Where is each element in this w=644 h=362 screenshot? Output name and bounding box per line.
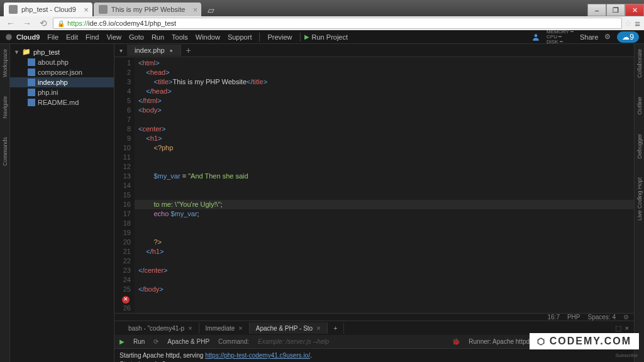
language-mode[interactable]: PHP (567, 314, 580, 321)
menu-item[interactable]: Window (196, 33, 220, 41)
forward-button[interactable]: → (20, 18, 34, 29)
favicon-icon (99, 5, 108, 14)
menu-item[interactable]: File (47, 33, 58, 41)
preview-button[interactable]: Preview (267, 33, 292, 41)
menu-item[interactable]: Edit (66, 33, 78, 41)
rail-tab[interactable]: Outline (636, 97, 643, 115)
tab-title: This is my PHP Website (111, 6, 186, 13)
close-icon[interactable]: × (316, 324, 320, 332)
close-icon[interactable]: × (238, 324, 242, 332)
brand-label[interactable]: Cloud9 (16, 33, 40, 41)
browser-tab-inactive[interactable]: This is my PHP Website × (94, 3, 202, 16)
cloud9-icon[interactable]: ☁9 (617, 31, 639, 43)
tree-file[interactable]: README.md (10, 97, 114, 107)
folder-label: php_test (33, 48, 60, 56)
tree-file[interactable]: php.ini (10, 87, 114, 97)
term-link[interactable]: https://php-test-codemy41.c9users.io/ (205, 352, 310, 359)
main-menu: FileEditFindViewGotoRunToolsWindowSuppor… (47, 33, 252, 41)
menu-item[interactable]: Run (152, 33, 164, 41)
bug-icon[interactable]: 🐞 (452, 338, 460, 345)
popout-icon[interactable]: ⬚ (615, 324, 621, 332)
file-label: index.php (38, 79, 68, 86)
svg-point-0 (6, 34, 12, 40)
close-icon[interactable]: × (188, 324, 192, 332)
gear-icon[interactable]: ⚙ (604, 33, 611, 41)
file-label: about.php (38, 58, 69, 66)
reload-button[interactable]: ⟲ (36, 18, 50, 29)
tree-file[interactable]: about.php (10, 57, 114, 67)
url-text: ide.c9.io/codemy41/php_test (88, 19, 176, 27)
maximize-button[interactable]: ❐ (606, 4, 625, 16)
new-editor-tab-button[interactable]: + (181, 44, 196, 57)
editor-tabs: ▾ index.php ● + (114, 44, 634, 57)
terminal-tab[interactable]: bash - "codemy41-p× (122, 322, 199, 334)
back-button[interactable]: ← (4, 18, 18, 29)
file-icon (28, 69, 35, 76)
rail-tab[interactable]: Live Coding Hop! (636, 177, 643, 221)
menu-item[interactable]: Support (228, 33, 252, 41)
file-label: composer.json (38, 69, 82, 76)
browser-tab-active[interactable]: php_test - Cloud9 × (4, 3, 92, 16)
file-icon (28, 89, 35, 96)
rail-tab[interactable]: Debugger (636, 134, 643, 159)
c9-menubar: Cloud9 FileEditFindViewGotoRunToolsWindo… (0, 30, 644, 44)
lock-icon: 🔒 (57, 20, 65, 27)
code-content[interactable]: <html> <head> <title>This is my PHP Webs… (135, 57, 634, 313)
divider (300, 33, 301, 41)
right-rail: CollaborateOutlineDebuggerLive Coding Ho… (634, 44, 644, 362)
restart-icon[interactable]: ⟳ (153, 338, 158, 345)
run-button[interactable]: Run (133, 338, 145, 345)
window-controls: – ❐ ✕ (587, 4, 644, 16)
rail-tab[interactable]: Commands (2, 137, 8, 166)
tree-file[interactable]: index.php (10, 77, 114, 87)
bookmark-icon[interactable]: ☆ (625, 19, 632, 28)
cube-icon: ⬡ (537, 336, 546, 346)
url-input[interactable]: 🔒 https://ide.c9.io/codemy41/php_test (53, 18, 622, 29)
menu-item[interactable]: Tools (172, 33, 188, 41)
command-input[interactable]: Example: /server.js --help (258, 338, 443, 345)
minimize-button[interactable]: – (587, 4, 606, 16)
new-tab-button[interactable]: ▱ (203, 4, 219, 16)
user-icon[interactable] (531, 33, 540, 41)
indent-setting[interactable]: Spaces: 4 (588, 314, 616, 321)
terminal-tab-controls: ⬚ × (615, 324, 634, 332)
terminal-tab[interactable]: Immediate× (199, 322, 250, 334)
rail-tab[interactable]: Collaborate (636, 49, 643, 78)
close-icon[interactable]: × (193, 5, 198, 14)
svg-point-1 (535, 34, 538, 37)
run-project-button[interactable]: ▶ Run Project (304, 33, 348, 41)
terminal-output[interactable]: Starting Apache httpd, serving https://p… (114, 349, 634, 362)
menu-item[interactable]: Goto (129, 33, 144, 41)
rail-tab[interactable]: Navigate (2, 96, 8, 119)
file-icon (28, 99, 35, 106)
play-icon: ▶ (304, 33, 309, 40)
browser-chrome: php_test - Cloud9 × This is my PHP Websi… (0, 0, 644, 30)
close-icon[interactable]: × (625, 324, 629, 332)
play-icon: ▶ (119, 338, 125, 345)
divider (259, 33, 260, 41)
rail-tab[interactable]: Workspace (2, 49, 8, 77)
editor-tab-active[interactable]: index.php ● (127, 45, 181, 56)
menu-icon[interactable]: ≡ (635, 18, 640, 29)
new-terminal-tab-button[interactable]: + (328, 323, 345, 334)
editor-area: ▾ index.php ● + 123456789101112131415161… (114, 44, 634, 362)
cloud9-logo-icon (5, 33, 13, 41)
close-button[interactable]: ✕ (625, 4, 644, 16)
share-button[interactable]: Share (580, 33, 598, 41)
terminal-tab[interactable]: Apache & PHP - Sto× (250, 322, 328, 334)
tree-file[interactable]: composer.json (10, 67, 114, 77)
close-icon[interactable]: × (84, 5, 89, 14)
gear-icon[interactable]: ⚙ (623, 314, 629, 321)
code-editor[interactable]: 1234567891011121314151617181920212223242… (114, 57, 634, 313)
tab-label: Apache & PHP - Sto (256, 325, 313, 332)
menu-item[interactable]: Find (86, 33, 99, 41)
file-icon (28, 79, 35, 86)
collapse-icon[interactable]: ▾ (114, 47, 127, 54)
tab-title: php_test - Cloud9 (21, 6, 76, 13)
term-text: . (310, 352, 312, 359)
url-https: https:// (67, 19, 88, 27)
menu-item[interactable]: View (106, 33, 121, 41)
tree-root-folder[interactable]: ▼ 📁 php_test (10, 47, 114, 57)
browser-tabs: php_test - Cloud9 × This is my PHP Websi… (0, 0, 644, 16)
resource-stats: MEMORY ━CPU ━DISK ━ (547, 30, 574, 45)
